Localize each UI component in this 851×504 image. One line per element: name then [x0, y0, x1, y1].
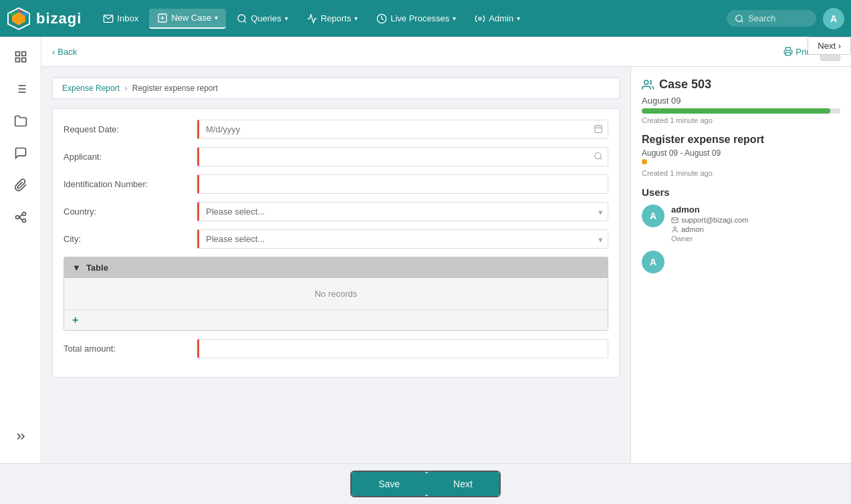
sidebar-icon-process[interactable] — [7, 204, 34, 231]
id-number-input[interactable] — [197, 174, 608, 194]
svg-line-36 — [600, 158, 602, 160]
user-row-admin: A admon support@bizagi.com admon Owner — [642, 205, 840, 243]
table-body: No records — [64, 278, 608, 309]
add-row-button[interactable]: + — [72, 314, 78, 326]
breadcrumb-current: Register expense report — [132, 84, 218, 93]
user-role-admin: Owner — [671, 235, 748, 243]
users-title: Users — [642, 186, 840, 198]
svg-line-28 — [19, 215, 22, 217]
svg-rect-31 — [595, 125, 602, 132]
table-empty-message: No records — [315, 289, 358, 299]
case-created-label: Created 1 minute ago — [642, 116, 840, 124]
search-icon — [735, 14, 744, 23]
applicant-search-icon[interactable] — [594, 151, 603, 162]
city-select[interactable]: Please select... — [197, 229, 608, 249]
search-box[interactable] — [727, 10, 816, 27]
svg-rect-30 — [786, 52, 791, 55]
sidebar-icon-list[interactable] — [7, 76, 34, 102]
form-row-applicant: Applicant: — [64, 147, 608, 166]
two-panel: Expense Report › Register expense report… — [41, 67, 851, 463]
activity-created-label: Created 1 minute ago — [642, 169, 840, 177]
svg-point-37 — [644, 80, 648, 84]
svg-line-29 — [19, 217, 22, 220]
country-wrap: Please select... ▾ — [197, 202, 608, 221]
form-row-country: Country: Please select... ▾ — [64, 202, 608, 221]
toolbar-bar: ‹ Back Print Next › — [41, 37, 851, 67]
next-button[interactable]: Next — [427, 472, 499, 496]
svg-point-38 — [674, 227, 677, 229]
user-info-admin: admon support@bizagi.com admon Owner — [671, 205, 748, 243]
breadcrumb-parent[interactable]: Expense Report — [62, 84, 120, 93]
case-number: Case 503 — [659, 78, 711, 92]
user-email-admin: support@bizagi.com — [671, 216, 748, 224]
table-collapse-icon: ▼ — [72, 263, 81, 273]
back-arrow-icon: ‹ — [52, 47, 55, 57]
queries-caret: ▾ — [285, 15, 288, 22]
svg-point-13 — [736, 15, 742, 21]
request-date-input[interactable] — [197, 120, 608, 139]
email-icon — [671, 217, 679, 224]
calendar-icon[interactable] — [594, 124, 603, 135]
total-amount-wrap — [197, 339, 608, 358]
nav-inbox[interactable]: Inbox — [95, 9, 146, 28]
user-avatar[interactable]: A — [823, 8, 844, 29]
nav-new-case[interactable]: New Case ▾ — [149, 9, 226, 29]
sidebar-icon-attachment[interactable] — [7, 172, 34, 199]
case-date: August 09 — [642, 96, 840, 106]
svg-point-35 — [595, 152, 601, 158]
nav-admin[interactable]: Admin ▾ — [467, 9, 528, 28]
svg-point-25 — [15, 216, 19, 219]
nav-queries[interactable]: Queries ▾ — [229, 9, 296, 28]
main-layout: ‹ Back Print Next › E — [0, 37, 851, 463]
right-panel: Case 503 August 09 Created 1 minute ago … — [630, 67, 851, 463]
sidebar-icon-dashboard[interactable] — [7, 43, 34, 70]
form-row-city: City: Please select... ▾ — [64, 229, 608, 249]
svg-point-27 — [22, 219, 25, 223]
form-row-total-amount: Total amount: — [64, 339, 608, 358]
nav-items: Inbox New Case ▾ Queries ▾ Reports ▾ Liv… — [95, 9, 727, 29]
sidebar-expand-btn[interactable] — [7, 423, 34, 450]
form-card: Request Date: Applicant: — [52, 108, 620, 378]
applicant-wrap — [197, 147, 608, 166]
sidebar-icon-folder[interactable] — [7, 108, 34, 134]
table-header[interactable]: ▼ Table — [64, 257, 608, 278]
live-processes-caret: ▾ — [453, 15, 456, 22]
table-section: ▼ Table No records + — [64, 257, 608, 331]
svg-rect-17 — [15, 58, 19, 62]
sidebar — [0, 37, 41, 463]
svg-point-26 — [22, 213, 25, 216]
applicant-input[interactable] — [197, 147, 608, 166]
city-label: City: — [64, 234, 197, 244]
back-button[interactable]: ‹ Back — [52, 47, 77, 57]
save-button[interactable]: Save — [352, 472, 427, 496]
print-icon — [783, 47, 793, 56]
country-select[interactable]: Please select... — [197, 202, 608, 221]
svg-rect-15 — [15, 52, 19, 56]
country-label: Country: — [64, 207, 197, 217]
user-avatar-admin: A — [642, 205, 664, 227]
search-input[interactable] — [748, 13, 808, 23]
next-top-button[interactable]: Next › — [808, 37, 851, 55]
reports-caret: ▾ — [354, 15, 358, 22]
breadcrumb-separator: › — [124, 84, 127, 93]
content-area: ‹ Back Print Next › E — [41, 37, 851, 463]
form-row-id-number: Identification Number: — [64, 174, 608, 194]
top-navigation: bizagi Inbox New Case ▾ Queries ▾ Report… — [0, 0, 851, 37]
activity-date-range: August 09 - August 09 — [642, 148, 840, 158]
svg-point-12 — [479, 17, 481, 20]
progress-bar-wrap — [642, 108, 840, 114]
status-dot — [642, 159, 647, 164]
person-icon — [671, 226, 679, 233]
city-wrap: Please select... ▾ — [197, 229, 608, 249]
case-title: Case 503 — [642, 78, 840, 92]
table-footer: + — [64, 309, 608, 330]
request-date-wrap — [197, 120, 608, 139]
sidebar-icon-chat[interactable] — [7, 140, 34, 166]
id-number-label: Identification Number: — [64, 179, 197, 189]
logo[interactable]: bizagi — [7, 7, 82, 31]
user-name-admin: admon — [671, 205, 748, 215]
total-amount-input[interactable] — [197, 339, 608, 358]
nav-live-processes[interactable]: Live Processes ▾ — [368, 9, 464, 28]
id-number-wrap — [197, 174, 608, 194]
nav-reports[interactable]: Reports ▾ — [299, 9, 366, 28]
